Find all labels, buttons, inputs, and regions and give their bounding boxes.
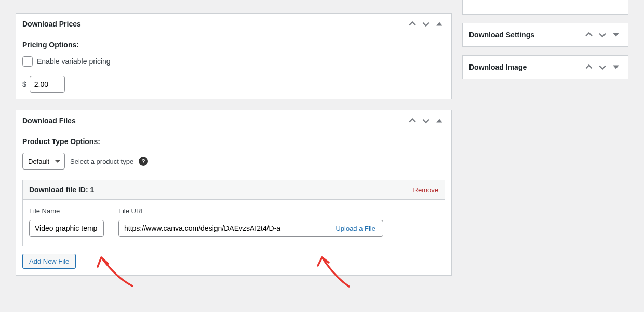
download-prices-header: Download Prices bbox=[16, 14, 451, 34]
enable-variable-pricing-label: Enable variable pricing bbox=[37, 57, 111, 66]
panel-header-actions bbox=[585, 63, 622, 71]
download-file-id-label: Download file ID: 1 bbox=[29, 186, 94, 194]
download-image-panel: Download Image bbox=[462, 55, 628, 79]
file-url-label: File URL bbox=[118, 207, 383, 215]
help-icon[interactable]: ? bbox=[139, 157, 148, 166]
move-down-icon[interactable] bbox=[599, 63, 608, 71]
sidebar-spacer bbox=[462, 0, 628, 15]
file-name-input[interactable] bbox=[29, 220, 104, 237]
upload-file-button[interactable]: Upload a File bbox=[328, 220, 383, 236]
toggle-panel-icon[interactable] bbox=[436, 117, 445, 124]
download-file-block: Download file ID: 1 Remove File Name Fil… bbox=[22, 180, 445, 246]
toggle-panel-icon[interactable] bbox=[436, 20, 445, 28]
remove-file-link[interactable]: Remove bbox=[413, 186, 438, 194]
file-url-input[interactable] bbox=[119, 220, 328, 236]
panel-header-actions bbox=[409, 20, 445, 28]
product-type-label: Product Type Options: bbox=[22, 137, 445, 146]
toggle-panel-icon[interactable] bbox=[612, 63, 622, 71]
file-name-label: File Name bbox=[29, 207, 104, 215]
enable-variable-pricing-checkbox[interactable] bbox=[22, 56, 33, 67]
move-down-icon[interactable] bbox=[422, 20, 432, 28]
move-up-icon[interactable] bbox=[409, 20, 418, 28]
product-type-select[interactable]: Default bbox=[22, 153, 65, 170]
download-prices-title: Download Prices bbox=[22, 20, 81, 28]
move-up-icon[interactable] bbox=[409, 117, 418, 124]
product-type-desc: Select a product type bbox=[70, 158, 133, 165]
move-down-icon[interactable] bbox=[599, 31, 608, 38]
add-new-file-button[interactable]: Add New File bbox=[22, 254, 76, 269]
download-files-header: Download Files bbox=[16, 110, 451, 131]
annotation-arrow bbox=[312, 252, 358, 294]
annotation-arrow bbox=[93, 252, 140, 294]
pricing-options-label: Pricing Options: bbox=[22, 41, 445, 49]
move-up-icon[interactable] bbox=[585, 31, 595, 38]
price-input[interactable] bbox=[30, 76, 65, 93]
download-settings-panel: Download Settings bbox=[462, 23, 628, 47]
currency-symbol: $ bbox=[22, 80, 26, 88]
move-up-icon[interactable] bbox=[585, 63, 595, 71]
panel-header-actions bbox=[585, 31, 622, 38]
download-files-title: Download Files bbox=[22, 116, 76, 125]
download-prices-panel: Download Prices Pricing Options: Enable … bbox=[16, 13, 452, 99]
download-image-title: Download Image bbox=[469, 63, 527, 71]
download-settings-title: Download Settings bbox=[469, 31, 534, 39]
file-url-group: Upload a File bbox=[118, 220, 383, 237]
panel-header-actions bbox=[409, 117, 445, 124]
move-down-icon[interactable] bbox=[422, 117, 432, 124]
download-files-panel: Download Files Product Type Options: Def… bbox=[16, 110, 452, 276]
toggle-panel-icon[interactable] bbox=[612, 31, 622, 38]
